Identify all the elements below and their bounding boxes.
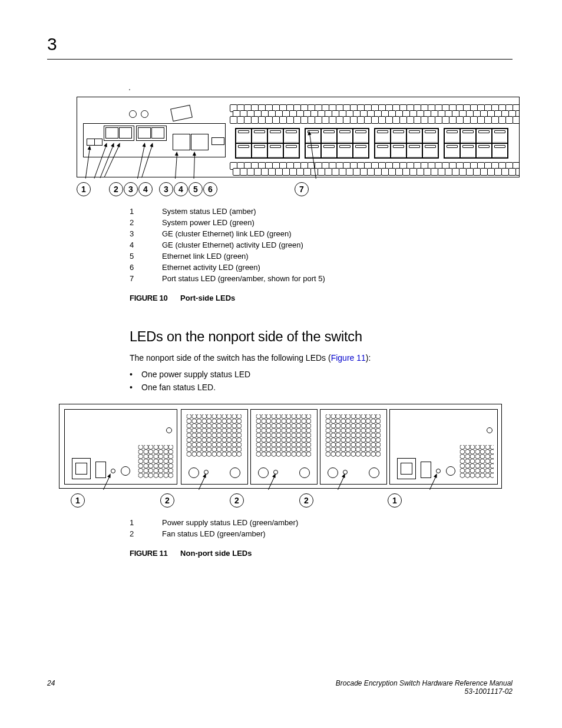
legend-num: 1	[130, 207, 162, 216]
figure-label: FIGURE 11	[130, 549, 167, 558]
callout-4: 4	[138, 182, 153, 196]
footer-title: Brocade Encryption Switch Hardware Refer…	[336, 679, 513, 687]
figure-10-caption: FIGURE 10 Port-side LEDs	[130, 294, 504, 302]
chapter-number: 3	[47, 34, 57, 54]
legend-text: Ethernet activity LED (green)	[162, 263, 260, 272]
legend-text: Ethernet link LED (green)	[162, 252, 249, 261]
para-text: The nonport side of the switch has the f…	[130, 353, 331, 363]
callout-1: 1	[71, 493, 85, 508]
callout-2: 2	[109, 182, 123, 196]
callout-4b: 4	[174, 182, 188, 196]
figure-title: Port-side LEDs	[180, 294, 235, 302]
legend-num: 5	[130, 252, 162, 261]
legend-num: 2	[130, 529, 162, 538]
legend-text: Fan status LED (green/amber)	[162, 529, 266, 538]
figure-11-caption: FIGURE 11 Non-port side LEDs	[130, 549, 504, 558]
callout-2b: 2	[230, 493, 244, 508]
legend-num: 7	[130, 274, 162, 283]
legend-text: GE (cluster Ethernet) activity LED (gree…	[162, 241, 303, 249]
legend-num: 2	[130, 218, 162, 227]
bullet-list: One power supply status LED One fan stat…	[130, 370, 504, 392]
list-item: One power supply status LED	[130, 370, 504, 379]
section-paragraph: The nonport side of the switch has the f…	[130, 352, 504, 364]
page-number: 24	[47, 679, 55, 687]
figure-11-link[interactable]: Figure 11	[331, 353, 366, 363]
legend-num: 3	[130, 229, 162, 238]
header-rule	[47, 59, 513, 60]
stray-period: .	[128, 83, 504, 92]
legend-num: 6	[130, 263, 162, 272]
callout-1: 1	[77, 182, 91, 196]
figure-10-legend: 1System status LED (amber) 2System power…	[130, 207, 504, 283]
callout-6: 6	[203, 182, 217, 196]
footer-docnum: 53-1001117-02	[465, 687, 513, 696]
figure-10-diagram: for(var i=0;i<48;i++)document.write('<sp…	[77, 97, 520, 177]
callout-1b: 1	[388, 493, 402, 508]
callout-3b: 3	[159, 182, 173, 196]
legend-text: Port status LED (green/amber, shown for …	[162, 274, 325, 283]
page-content: . for(var i=0;i<48;i++)document.write('<…	[59, 83, 504, 558]
figure-label: FIGURE 10	[130, 294, 167, 302]
callout-7: 7	[295, 182, 309, 196]
legend-text: System status LED (amber)	[162, 207, 256, 216]
figure-11-legend: 1Power supply status LED (green/amber) 2…	[130, 518, 504, 538]
legend-text: Power supply status LED (green/amber)	[162, 518, 298, 527]
list-item: One fan status LED.	[130, 383, 504, 392]
callout-2: 2	[160, 493, 174, 508]
para-text: ):	[366, 353, 371, 363]
figure-11-callouts: 1 2 2 2 1	[59, 489, 501, 512]
section-heading: LEDs on the nonport side of the switch	[130, 329, 504, 345]
page-footer: 24 Brocade Encryption Switch Hardware Re…	[47, 679, 513, 696]
callout-3: 3	[124, 182, 138, 196]
callout-5: 5	[189, 182, 203, 196]
legend-text: System power LED (green)	[162, 218, 254, 227]
callout-2c: 2	[299, 493, 313, 508]
legend-num: 4	[130, 241, 162, 249]
figure-title: Non-port side LEDs	[180, 549, 252, 558]
figure-10-callouts: 1 2 3 4 3 4 5 6 7	[77, 177, 518, 201]
legend-num: 1	[130, 518, 162, 527]
legend-text: GE (cluster Ethernet) link LED (green)	[162, 229, 292, 238]
